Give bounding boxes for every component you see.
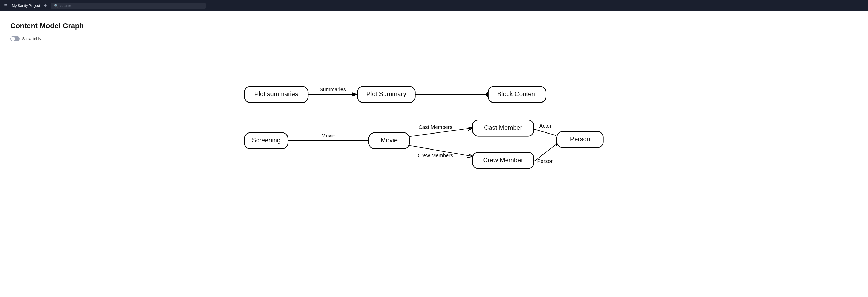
add-button[interactable]: + bbox=[44, 3, 47, 8]
menu-icon[interactable]: ☰ bbox=[4, 3, 8, 8]
node-label-cast-member: Cast Member bbox=[484, 124, 522, 131]
node-label-block-content: Block Content bbox=[497, 90, 537, 97]
show-fields-row: Show fields bbox=[10, 36, 858, 41]
navbar-title: My Sanity Project bbox=[12, 4, 40, 8]
node-label-movie: Movie bbox=[381, 137, 398, 143]
toggle-knob bbox=[11, 37, 15, 41]
node-label-plot-summaries: Plot summaries bbox=[254, 90, 299, 97]
node-label-person: Person bbox=[570, 136, 590, 142]
edge-label-summaries: Summaries bbox=[319, 87, 346, 92]
edge-label-person: Person bbox=[537, 158, 554, 164]
edge-label-crew-members: Crew Members bbox=[418, 153, 453, 158]
show-fields-toggle[interactable] bbox=[10, 36, 20, 41]
page-title: Content Model Graph bbox=[10, 22, 858, 30]
graph-area: Summaries Movie Cast Members Crew Member… bbox=[10, 52, 858, 197]
svg-line-7 bbox=[534, 129, 556, 136]
search-input[interactable] bbox=[60, 4, 203, 8]
edge-label-movie: Movie bbox=[321, 133, 335, 138]
node-label-crew-member: Crew Member bbox=[483, 157, 523, 163]
node-label-plot-summary: Plot Summary bbox=[366, 90, 406, 97]
main-content: Content Model Graph Show fields Summarie… bbox=[0, 11, 868, 208]
search-icon: 🔍 bbox=[54, 4, 58, 8]
navbar: ☰ My Sanity Project + 🔍 bbox=[0, 0, 868, 11]
search-bar[interactable]: 🔍 bbox=[51, 3, 206, 9]
content-model-graph: Summaries Movie Cast Members Crew Member… bbox=[10, 52, 858, 196]
edge-label-actor: Actor bbox=[539, 123, 552, 129]
show-fields-label: Show fields bbox=[22, 37, 41, 41]
node-label-screening: Screening bbox=[252, 137, 281, 143]
edge-label-cast-members: Cast Members bbox=[418, 124, 452, 130]
